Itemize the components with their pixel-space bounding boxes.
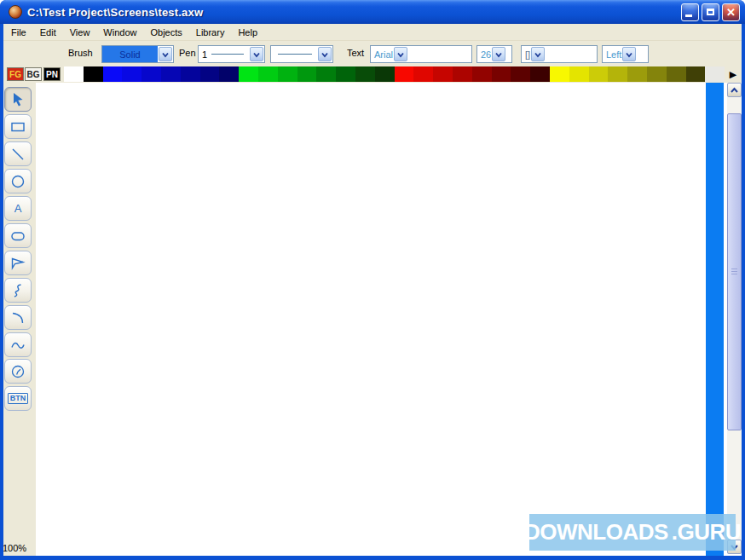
palette-color-swatch[interactable] [161,66,181,82]
brush-style-select[interactable]: Solid [101,45,174,63]
clock-icon [9,363,26,380]
palette-color-swatch[interactable] [569,66,589,82]
brush-style-value: Solid [119,49,140,60]
rectangle-tool[interactable] [4,114,32,139]
text-tool[interactable]: A [4,196,32,221]
ellipse-tool[interactable] [4,169,32,193]
menu-help[interactable]: Help [233,26,263,39]
palette-color-swatch[interactable] [141,66,161,82]
chevron-down-icon [394,47,407,61]
chevron-down-icon [159,47,172,61]
arc-tool[interactable] [4,305,32,330]
font-family-value: Arial [371,49,393,60]
menu-objects[interactable]: Objects [145,26,187,39]
background-color-swatch[interactable]: BG [25,67,42,81]
scrollbar-thumb[interactable] [727,113,742,430]
scroll-up-button[interactable] [727,83,742,97]
pen-style-select[interactable] [270,45,333,63]
text-align-select[interactable]: Left [602,45,649,63]
menu-edit[interactable]: Edit [35,26,61,39]
palette-color-swatch[interactable] [589,66,609,82]
line-tool[interactable] [4,141,32,166]
foreground-color-swatch[interactable]: FG [7,67,24,81]
palette-color-swatch[interactable] [316,66,336,82]
palette-color-swatch[interactable] [64,66,84,82]
palette-color-swatch[interactable] [336,66,355,82]
close-button[interactable]: ✕ [722,3,740,21]
palette-color-swatch[interactable] [413,66,433,82]
zoom-level-status: 100% [3,543,26,553]
palette-color-swatch[interactable] [550,66,569,82]
minimize-icon [685,14,692,17]
palette-color-swatch[interactable] [278,66,297,82]
palette-color-swatch[interactable] [627,66,647,82]
rounded-rectangle-tool[interactable] [4,223,32,248]
palette-more-arrow-icon[interactable]: ▶ [727,68,739,80]
palette-color-swatch[interactable] [705,66,725,82]
palette-color-swatch[interactable] [453,66,472,82]
palette-color-swatch[interactable] [686,66,706,82]
pen-width-select[interactable]: 1 [198,45,265,63]
canvas[interactable] [36,83,706,556]
arc-icon [9,309,26,326]
window-border [742,24,745,560]
menu-view[interactable]: View [65,26,95,39]
palette-color-swatch[interactable] [84,66,103,82]
polygon-icon [9,255,26,272]
palette-color-swatch[interactable] [297,66,317,82]
palette-color-swatch[interactable] [200,66,220,82]
palette-color-swatch[interactable] [355,66,375,82]
palette-color-swatch[interactable] [472,66,492,82]
palette-color-swatch[interactable] [608,66,627,82]
palette-color-swatch[interactable] [258,66,278,82]
palette-color-swatch[interactable] [530,66,550,82]
maximize-icon [707,9,714,15]
polyline-tool[interactable] [4,278,32,303]
curve-tool[interactable] [4,332,32,357]
chevron-down-icon [250,47,263,61]
app-icon [9,5,22,19]
font-size-select[interactable]: 26 [476,45,512,63]
rounded-rectangle-icon [9,228,26,245]
palette-color-swatch[interactable] [492,66,511,82]
menu-bar: FileEditViewWindowObjectsLibraryHelp [3,24,742,41]
chevron-up-icon [730,86,739,95]
pen-width-preview [211,54,244,55]
menu-window[interactable]: Window [98,26,141,39]
palette-color-swatch[interactable] [395,66,414,82]
palette-color-swatch[interactable] [375,66,395,82]
palette-color-swatch[interactable] [103,66,123,82]
palette-color-swatch[interactable] [433,66,453,82]
pen-color-swatch[interactable]: PN [43,67,61,81]
text-label: Text [347,48,364,58]
palette-color-swatch[interactable] [239,66,258,82]
text-symbol-select[interactable]: [] [521,45,598,63]
text-align-value: Left [603,49,621,60]
line-icon [9,146,26,163]
button-tool[interactable]: BTN [4,386,32,411]
ellipse-icon [9,173,26,190]
thumb-grip-icon [731,268,737,275]
selection-tool[interactable] [4,87,32,112]
font-family-select[interactable]: Arial [370,45,472,63]
chevron-down-icon [492,47,505,61]
palette-color-swatch[interactable] [511,66,530,82]
menu-library[interactable]: Library [191,26,230,39]
maximize-button[interactable] [702,3,719,21]
select-icon [9,91,26,108]
minimize-button[interactable] [681,3,699,21]
polygon-tool[interactable] [4,251,32,275]
window-border [0,556,745,560]
pen-label: Pen [179,48,196,58]
menu-file[interactable]: File [6,26,32,39]
palette-color-swatch[interactable] [647,66,667,82]
curve-icon [9,337,26,354]
palette-color-swatch[interactable] [667,66,686,82]
palette-color-swatch[interactable] [122,66,141,82]
clock-tool[interactable] [4,359,32,384]
app-window: C:\Test Project\Screens\test.axw ✕ FileE… [0,0,745,560]
chevron-down-icon [622,47,636,61]
canvas-edge-strip [706,83,724,556]
palette-color-swatch[interactable] [181,66,200,82]
palette-color-swatch[interactable] [219,66,239,82]
